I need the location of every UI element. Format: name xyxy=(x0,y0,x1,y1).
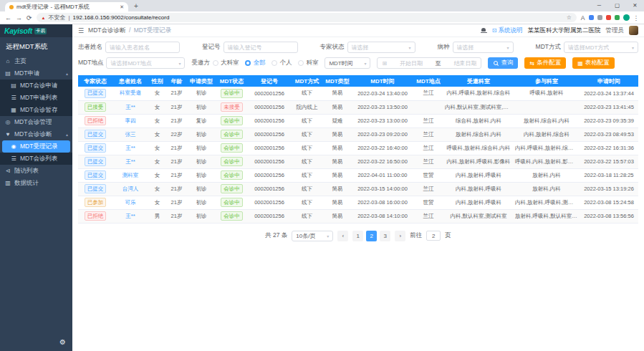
content: 患者姓名登记号专家状态请选择▾病种请选择▾MDT方式请选择MDT方式▾ MDT地… xyxy=(72,37,644,351)
patient-name-link[interactable]: 张三 xyxy=(125,131,136,138)
extension-icon[interactable] xyxy=(589,15,594,20)
filter-row-2: MDT地点 请选择MDT地点 ▾ 受邀方 大科室 全部个人科室 xyxy=(78,57,638,69)
page-size-select[interactable]: 10条/页 ▾ xyxy=(292,231,333,241)
sidebar-item-follow-up-list[interactable]: ⊲随访列表 xyxy=(0,165,72,177)
chart-icon: ▥ xyxy=(4,180,11,186)
mdt-method-select[interactable]: 请选择MDT方式▾ xyxy=(564,42,638,53)
radio-icon xyxy=(271,60,277,66)
column-header: MDT地点 xyxy=(413,75,443,87)
patient-name-link[interactable]: 王** xyxy=(125,145,135,151)
chevron-down-icon: ▾ xyxy=(364,61,366,66)
extension-icon[interactable] xyxy=(615,15,620,20)
sidebar-item-mdt-diagnosis[interactable]: ♥MDT会诊诊断▴ xyxy=(0,128,72,140)
expert-status-badge: 已拒绝 xyxy=(85,211,107,221)
forward-icon[interactable]: → xyxy=(16,14,22,21)
extension-icon[interactable] xyxy=(597,15,602,20)
favicon-icon xyxy=(9,5,14,9)
browser-menu-icon[interactable]: ⋮ xyxy=(633,14,640,21)
radio-icon xyxy=(245,60,251,66)
maximize-button[interactable]: ▢ xyxy=(608,0,626,11)
main-panel: ☰ MDT会诊诊断 / MDT受理记录 ⊡ 系统说明 某某医科大学附属第二医院 … xyxy=(72,24,644,351)
breadcrumb-separator: / xyxy=(129,27,130,34)
minimize-button[interactable]: ─ xyxy=(590,0,608,11)
pagination: 共 27 条 10条/页 ▾ ‹ 123 › 前往 页 xyxy=(78,231,638,241)
expert-status-select[interactable]: 请选择▾ xyxy=(347,42,415,53)
expert-status-badge: 已拒绝 xyxy=(85,116,107,125)
sidebar-item-mdt-manage[interactable]: ◎MDT会诊管理 xyxy=(0,116,72,128)
dot-icon: ◉ xyxy=(10,143,17,150)
notification-bell-icon[interactable] xyxy=(481,27,487,34)
patient-name-input[interactable] xyxy=(105,42,180,53)
mdt-status-badge: 未接受 xyxy=(221,102,243,112)
table-row: 已提交科室受邀女21岁初诊会诊中0002001256线下简易2022-03-24… xyxy=(78,87,638,100)
translate-icon[interactable]: A xyxy=(581,14,585,21)
breadcrumb-current: MDT受理记录 xyxy=(134,27,171,34)
new-tab-button[interactable]: + xyxy=(134,1,138,11)
mdt-status-badge: 会诊中 xyxy=(221,157,243,166)
system-note-link[interactable]: ⊡ 系统说明 xyxy=(492,27,523,35)
close-button[interactable]: ✕ xyxy=(626,0,644,11)
next-page-button[interactable]: › xyxy=(395,231,405,241)
user-avatar[interactable] xyxy=(629,26,638,35)
patient-name-link[interactable]: 科室受邀 xyxy=(120,90,141,96)
mdt-location-select[interactable]: 请选择MDT地点 ▾ xyxy=(106,57,185,69)
sidebar-item-mdt-apply[interactable]: ▤MDT申请▴ xyxy=(0,67,72,80)
bookmark-star-icon[interactable]: ☆ xyxy=(567,14,572,21)
mdt-time-select[interactable]: MDT时间 ▾ xyxy=(325,57,370,69)
patient-name-link[interactable]: 测科室 xyxy=(122,172,139,178)
url-bar[interactable]: ▲ 不安全 | 192.168.0.156:9002/consultate/re… xyxy=(37,13,577,22)
page-button-1[interactable]: 1 xyxy=(352,231,363,241)
table-row: 已参加可乐女21岁初诊会诊中0002001256线下简易2022-03-08 1… xyxy=(78,196,638,209)
settings-gear-icon[interactable]: ⚙ xyxy=(59,338,66,346)
chevron-down-icon: ▾ xyxy=(327,234,329,239)
page-button-3[interactable]: 3 xyxy=(380,231,390,241)
patient-name-link[interactable]: 李四 xyxy=(125,117,136,124)
sidebar-item-mdt-records[interactable]: ◉MDT受理记录 xyxy=(2,140,70,153)
table-row: 已拒绝王**男21岁初诊会诊中0002001256线下简易2022-03-08 … xyxy=(78,209,638,223)
refresh-icon[interactable]: ⟳ xyxy=(27,14,32,21)
radio-department[interactable]: 科室 xyxy=(298,59,318,67)
radio-all[interactable]: 全部 xyxy=(245,59,265,67)
table-row: 已拒绝李四女21岁复诊会诊中0002001256线下疑难2022-03-23 1… xyxy=(78,114,638,128)
menu-toggle-icon[interactable]: ☰ xyxy=(78,27,84,34)
tab-close-icon[interactable]: ✕ xyxy=(120,4,124,10)
sliders-icon: ⇆ xyxy=(529,60,534,67)
column-header: MDT状态 xyxy=(216,75,248,87)
goto-page-input[interactable] xyxy=(426,231,441,241)
patient-name-link[interactable]: 王** xyxy=(125,104,135,110)
disease-select[interactable]: 请选择▾ xyxy=(453,42,514,53)
table-config-button[interactable]: ▦ 表格配置 xyxy=(572,57,615,69)
start-date-placeholder: 开始日期 xyxy=(400,59,423,67)
total-count: 共 27 条 xyxy=(265,231,287,240)
patient-name-link[interactable]: 可乐 xyxy=(125,199,136,206)
table-header-row: 专家状态患者姓名性别年龄申请类型MDT状态登记号MDT方式MDT类型MDT时间M… xyxy=(78,75,638,87)
radio-personal[interactable]: 个人 xyxy=(271,59,292,67)
registration-no-input[interactable] xyxy=(224,42,298,53)
radio-major-department[interactable]: 大科室 xyxy=(213,59,239,67)
prev-page-button[interactable]: ‹ xyxy=(337,231,348,241)
user-role: 管理员 xyxy=(606,27,625,35)
browser-tab[interactable]: mdt受理记录 - 远程MDT系统 ✕ xyxy=(5,2,128,11)
patient-name-link[interactable]: 台湾人 xyxy=(122,186,139,192)
patient-name-link[interactable]: 王** xyxy=(125,213,135,219)
sidebar-item-mdt-consult-apply[interactable]: ▤MDT会诊申请 xyxy=(0,80,72,92)
sidebar-item-mdt-apply-list[interactable]: ☰MDT申请列表 xyxy=(0,92,72,104)
chevron-down-icon: ▾ xyxy=(409,45,411,50)
patient-name-link[interactable]: 王** xyxy=(125,158,135,165)
condition-config-button[interactable]: ⇆ 条件配置 xyxy=(524,57,566,69)
app-logo: Kayisoft 卡易 xyxy=(0,24,72,37)
mdt-status-badge: 会诊中 xyxy=(221,170,243,180)
url-divider: | xyxy=(69,14,70,21)
sidebar-item-home[interactable]: ⌂主页 xyxy=(0,55,72,67)
search-button[interactable]: 查询 xyxy=(488,57,518,69)
back-icon[interactable]: ← xyxy=(5,14,11,21)
page-button-2[interactable]: 2 xyxy=(366,231,377,241)
sidebar-item-mdt-consult-draft[interactable]: ▦MDT会诊暂存 xyxy=(0,104,72,116)
profile-avatar[interactable] xyxy=(623,14,630,21)
list-icon: ☰ xyxy=(10,95,17,101)
extension-icon[interactable] xyxy=(606,15,611,20)
browser-tab-strip: mdt受理记录 - 远程MDT系统 ✕ + ─ ▢ ✕ xyxy=(0,0,644,11)
sidebar-item-statistics[interactable]: ▥数据统计 xyxy=(0,177,72,189)
sidebar-item-mdt-consult-list[interactable]: ☰MDT会诊列表 xyxy=(0,153,72,165)
date-range-picker[interactable]: ⊞ 开始日期 至 结束日期 xyxy=(377,57,481,69)
